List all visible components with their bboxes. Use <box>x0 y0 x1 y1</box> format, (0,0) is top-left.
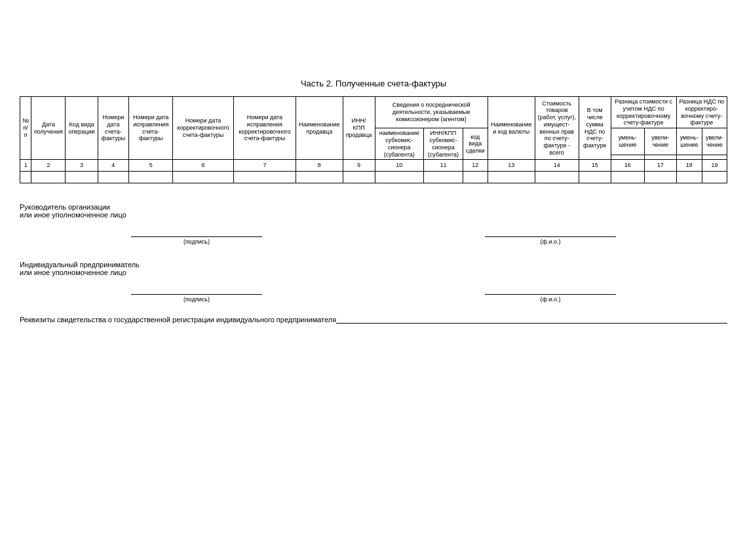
col-header-13: Наименование и код валюты <box>488 97 535 160</box>
cell-15 <box>579 172 611 183</box>
column-numbers-row: 1 2 3 4 5 6 7 8 9 10 11 12 13 14 15 16 1… <box>20 160 727 172</box>
col-num-19-label <box>702 155 727 160</box>
footer-section: Руководитель организации или иное уполно… <box>20 203 727 324</box>
cell-11 <box>423 172 463 183</box>
cell-2 <box>31 172 66 183</box>
col-num-16: 16 <box>611 160 644 172</box>
requisites-block: Реквизиты свидетельства о государственно… <box>20 316 727 324</box>
manager-name-caption: (ф.и.о.) <box>541 238 561 245</box>
cell-19 <box>702 172 727 183</box>
entrepreneur-name-block: (ф.и.о.) <box>485 282 616 303</box>
col-header-9: ИНН/ КПП продавца <box>343 97 375 160</box>
col-num-2: 2 <box>31 160 66 172</box>
manager-name-area <box>485 224 616 237</box>
manager-sublabel: или иное уполномоченное лицо <box>20 211 727 219</box>
col-num-17-label <box>644 155 676 160</box>
col-header-5: Номери дата исправления счета-фактуры <box>129 97 173 160</box>
manager-name-block: (ф.и.о.) <box>485 224 616 245</box>
invoice-table: № п/п Дата получения Код вида операции Н… <box>20 96 727 183</box>
col-num-14: 14 <box>535 160 579 172</box>
table-row <box>20 172 727 183</box>
col-header-11: ИНН/КПП субкомис-сионера (субагента) <box>423 128 463 160</box>
cell-13 <box>488 172 535 183</box>
col-num-1: 1 <box>20 160 31 172</box>
requisites-label: Реквизиты свидетельства о государственно… <box>20 316 336 324</box>
col-num-4: 4 <box>98 160 129 172</box>
page: Часть 2. Полученные счета-фактуры № п/п … <box>13 0 734 337</box>
cell-14 <box>535 172 579 183</box>
requisites-line: Реквизиты свидетельства о государственно… <box>20 316 727 324</box>
col-header-15: В том числе сумма НДС по счету-фактуре <box>579 97 611 160</box>
col-header-7: Номери дата исправления корректировочног… <box>233 97 296 160</box>
entrepreneur-sublabel: или иное уполномоченное лицо <box>20 269 727 276</box>
col-header-16: умень-шение <box>611 128 644 155</box>
col-header-2: Дата получения <box>31 97 66 160</box>
cell-5 <box>129 172 173 183</box>
col-num-5: 5 <box>129 160 173 172</box>
cell-18 <box>676 172 702 183</box>
col-header-12: код вида сделки <box>463 128 488 160</box>
cell-17 <box>644 172 676 183</box>
col-num-12: 12 <box>463 160 488 172</box>
col-num-16-label <box>611 155 644 160</box>
requisites-value-line <box>336 316 727 324</box>
col-num-3: 3 <box>66 160 98 172</box>
col-num-18-label <box>676 155 702 160</box>
entrepreneur-sign-block: (подпись) <box>131 282 262 303</box>
col-header-14: Стоимость товаров (работ, услуг), имущес… <box>535 97 579 160</box>
col-header-1: № п/п <box>20 97 31 160</box>
entrepreneur-label: Индивидуальный предприниматель <box>20 261 727 269</box>
manager-sign-block: (подпись) <box>131 224 262 245</box>
manager-sign-line: (подпись) (ф.и.о.) <box>20 224 727 245</box>
col-header-6: Номери дата корректировочного счета-факт… <box>173 97 234 160</box>
col-header-4: Номери дата счета-фактуры <box>98 97 129 160</box>
cell-8 <box>296 172 343 183</box>
col-num-9: 9 <box>343 160 375 172</box>
cell-10 <box>375 172 423 183</box>
cell-4 <box>98 172 129 183</box>
col-num-18: 18 <box>676 160 702 172</box>
page-title: Часть 2. Полученные счета-фактуры <box>20 79 727 88</box>
cell-1 <box>20 172 31 183</box>
col-header-18: умень-шение <box>676 128 702 155</box>
col-header-10: наименование субкомис-сионера (субагента… <box>375 128 423 160</box>
col-header-3: Код вида операции <box>66 97 98 160</box>
cell-3 <box>66 172 98 183</box>
col-header-8: Наименование продавца <box>296 97 343 160</box>
cell-12 <box>463 172 488 183</box>
col-num-17: 17 <box>644 160 676 172</box>
col-header-diff-cost: Разница стоимости с учетом НДС по коррек… <box>611 97 676 128</box>
col-num-11: 11 <box>423 160 463 172</box>
col-num-7: 7 <box>233 160 296 172</box>
cell-16 <box>611 172 644 183</box>
entrepreneur-sign-area <box>131 282 262 295</box>
col-num-6: 6 <box>173 160 234 172</box>
entrepreneur-sign-line: (подпись) (ф.и.о.) <box>20 282 727 303</box>
col-num-8: 8 <box>296 160 343 172</box>
col-header-17: увели-чение <box>644 128 676 155</box>
entrepreneur-name-area <box>485 282 616 295</box>
entrepreneur-sign-caption: (подпись) <box>183 296 210 303</box>
col-header-19: увели-чение <box>702 128 727 155</box>
entrepreneur-block: Индивидуальный предприниматель или иное … <box>20 261 727 303</box>
col-header-intermediary: Сведения о посреднической деятельности, … <box>375 97 488 128</box>
cell-9 <box>343 172 375 183</box>
cell-6 <box>173 172 234 183</box>
col-num-13: 13 <box>488 160 535 172</box>
manager-sign-caption: (подпись) <box>183 238 210 245</box>
entrepreneur-name-caption: (ф.и.о.) <box>541 296 561 303</box>
col-num-10: 10 <box>375 160 423 172</box>
col-header-diff-nds: Разница НДС по корректиро-вочному счету-… <box>676 97 727 128</box>
manager-block: Руководитель организации или иное уполно… <box>20 203 727 245</box>
cell-7 <box>233 172 296 183</box>
manager-sign-area <box>131 224 262 237</box>
col-num-15: 15 <box>579 160 611 172</box>
manager-label: Руководитель организации <box>20 203 727 211</box>
col-num-19: 19 <box>702 160 727 172</box>
